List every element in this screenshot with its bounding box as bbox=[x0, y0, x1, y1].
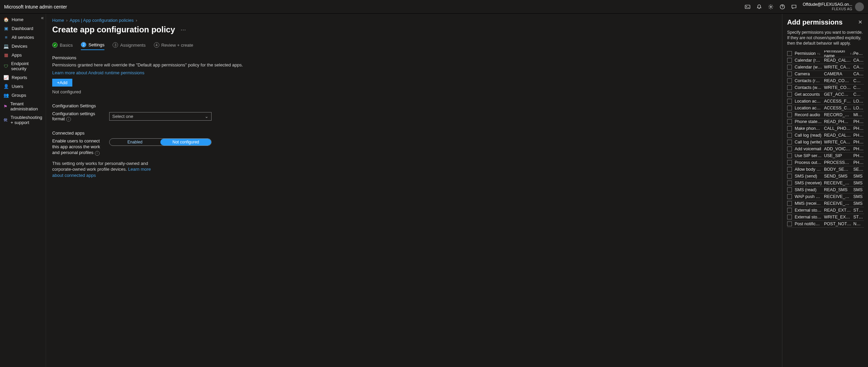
cell-permission: SMS (send) bbox=[795, 174, 824, 179]
settings-icon[interactable] bbox=[768, 4, 773, 10]
table-header: Permission↑↓ Permission name↑↓ Permissio… bbox=[787, 50, 864, 57]
table-row[interactable]: Get accountsGET_ACCOUNTSCONTACTS bbox=[787, 91, 864, 98]
table-row[interactable]: Call log (write)WRITE_CALL_LOGPHONE bbox=[787, 139, 864, 146]
row-checkbox[interactable] bbox=[787, 215, 792, 219]
toggle-enabled[interactable]: Enabled bbox=[110, 139, 160, 146]
row-checkbox[interactable] bbox=[787, 99, 792, 104]
table-row[interactable]: Add voicemailADD_VOICEMAILPHONE bbox=[787, 146, 864, 153]
row-checkbox[interactable] bbox=[787, 85, 792, 90]
col-permission-group-header[interactable]: Permission g bbox=[853, 51, 864, 56]
help-icon[interactable] bbox=[780, 4, 785, 10]
table-row[interactable]: WAP push messages...RECEIVE_WAP_PUSHSMS bbox=[787, 194, 864, 200]
table-row[interactable]: SMS (receive)RECEIVE_SMSSMS bbox=[787, 180, 864, 187]
wizard-step-review-create[interactable]: 4Review + create bbox=[154, 42, 193, 50]
row-checkbox[interactable] bbox=[787, 153, 792, 158]
row-checkbox[interactable] bbox=[787, 72, 792, 76]
toggle-not-configured[interactable]: Not configured bbox=[160, 139, 211, 146]
row-checkbox[interactable] bbox=[787, 160, 792, 165]
sidebar-item-users[interactable]: 👤Users bbox=[0, 82, 46, 91]
feedback-icon[interactable] bbox=[791, 4, 797, 10]
sidebar-item-apps[interactable]: ▦Apps bbox=[0, 50, 46, 59]
step-label: Review + create bbox=[161, 43, 193, 48]
sidebar-item-devices[interactable]: 💻Devices bbox=[0, 42, 46, 50]
row-checkbox[interactable] bbox=[787, 221, 792, 226]
col-permission-header[interactable]: Permission↑↓ bbox=[795, 51, 824, 56]
row-checkbox[interactable] bbox=[787, 147, 792, 151]
row-checkbox[interactable] bbox=[787, 201, 792, 206]
table-row[interactable]: Phone state (read)READ_PHONE_STATEPHONE bbox=[787, 119, 864, 125]
breadcrumb-apps-policies[interactable]: Apps | App configuration policies bbox=[70, 18, 134, 23]
close-icon[interactable]: ✕ bbox=[857, 18, 864, 26]
table-row[interactable]: SMS (read)READ_SMSSMS bbox=[787, 187, 864, 194]
select-all-checkbox[interactable] bbox=[787, 51, 792, 56]
table-row[interactable]: Calendar (read)READ_CALENDARCALENDAR bbox=[787, 57, 864, 64]
table-row[interactable]: SMS (send)SEND_SMSSMS bbox=[787, 173, 864, 180]
row-checkbox[interactable] bbox=[787, 167, 792, 172]
row-checkbox[interactable] bbox=[787, 112, 792, 117]
cloud-shell-icon[interactable] bbox=[745, 4, 750, 10]
table-row[interactable]: Process outgoing ca...PROCESS_OUTGOIN...… bbox=[787, 159, 864, 166]
row-checkbox[interactable] bbox=[787, 58, 792, 63]
connected-toggle[interactable]: Enabled Not configured bbox=[109, 138, 212, 146]
info-icon[interactable]: i bbox=[66, 117, 71, 122]
config-format-select[interactable]: Select one ⌄ bbox=[109, 112, 212, 121]
sidebar-item-all-services[interactable]: ≡All services bbox=[0, 33, 46, 42]
avatar[interactable] bbox=[855, 2, 864, 11]
table-row[interactable]: Calendar (write)WRITE_CALENDARCALENDAR bbox=[787, 64, 864, 71]
row-checkbox[interactable] bbox=[787, 78, 792, 83]
wizard-step-basics[interactable]: ✓Basics bbox=[52, 42, 73, 50]
breadcrumb-home[interactable]: Home bbox=[52, 18, 64, 23]
row-checkbox[interactable] bbox=[787, 181, 792, 185]
sidebar-item-endpoint-security[interactable]: 🛡Endpoint security bbox=[0, 59, 46, 73]
table-row[interactable]: External storage (re...READ_EXTERNAL_ST.… bbox=[787, 207, 864, 214]
step-label: Basics bbox=[60, 43, 73, 48]
table-row[interactable]: Allow body sensor d...BODY_SENSORSSENSOR… bbox=[787, 166, 864, 173]
row-checkbox[interactable] bbox=[787, 140, 792, 144]
cell-permission-name: READ_SMS bbox=[824, 187, 853, 192]
row-checkbox[interactable] bbox=[787, 92, 792, 97]
more-actions-icon[interactable]: ⋯ bbox=[179, 27, 187, 33]
col-permission-name-header[interactable]: Permission name↑↓ bbox=[824, 50, 853, 59]
table-row[interactable]: Make phone callsCALL_PHONEPHONE bbox=[787, 125, 864, 132]
row-checkbox[interactable] bbox=[787, 194, 792, 199]
row-checkbox[interactable] bbox=[787, 119, 792, 124]
nav-label: Troubleshooting + support bbox=[11, 115, 42, 125]
table-row[interactable]: Location access (fine)ACCESS_FINE_LOCAT.… bbox=[787, 98, 864, 105]
sidebar-collapse-icon[interactable]: « bbox=[41, 15, 44, 20]
cell-permission-name: POST_NOTIFICATIONS bbox=[824, 221, 853, 226]
row-checkbox[interactable] bbox=[787, 65, 792, 70]
sidebar-item-home[interactable]: 🏠Home bbox=[0, 15, 46, 24]
info-icon[interactable]: i bbox=[95, 151, 100, 156]
row-checkbox[interactable] bbox=[787, 174, 792, 179]
cell-permission-group: SMS bbox=[853, 187, 864, 192]
nav-icon: 🏠 bbox=[3, 17, 9, 22]
table-row[interactable]: Contacts (read)READ_CONTACTSCONTACTS bbox=[787, 78, 864, 85]
row-checkbox[interactable] bbox=[787, 133, 792, 138]
notifications-icon[interactable] bbox=[756, 4, 762, 10]
row-checkbox[interactable] bbox=[787, 208, 792, 213]
table-row[interactable]: Record audioRECORD_AUDIOMICROPHONE bbox=[787, 112, 864, 119]
table-row[interactable]: MMS (receive)RECEIVE_MMSSMS bbox=[787, 200, 864, 207]
sidebar-item-tenant-administration[interactable]: ⚑Tenant administration bbox=[0, 100, 46, 113]
table-row[interactable]: Contacts (write)WRITE_CONTACTSCONTACTS bbox=[787, 85, 864, 91]
sidebar-item-dashboard[interactable]: ▣Dashboard bbox=[0, 24, 46, 33]
sidebar-item-troubleshooting-support[interactable]: 🛠Troubleshooting + support bbox=[0, 113, 46, 127]
wizard-step-assignments[interactable]: 3Assignments bbox=[113, 42, 145, 50]
row-checkbox[interactable] bbox=[787, 187, 792, 192]
table-row[interactable]: Post notificationsPOST_NOTIFICATIONSNOTI… bbox=[787, 221, 864, 228]
add-permissions-button[interactable]: +Add bbox=[52, 79, 72, 87]
table-row[interactable]: Call log (read)READ_CALL_LOGPHONE bbox=[787, 132, 864, 139]
row-checkbox[interactable] bbox=[787, 106, 792, 110]
permissions-learn-link[interactable]: Learn more about Android runtime permiss… bbox=[52, 70, 776, 75]
user-block[interactable]: Offdude@FLEXUSAG.on... FLEXUS AG bbox=[803, 2, 864, 11]
table-row[interactable]: Use SIP serviceUSE_SIPPHONE bbox=[787, 153, 864, 159]
row-checkbox[interactable] bbox=[787, 126, 792, 131]
nav-icon: ▣ bbox=[3, 26, 9, 31]
sidebar-item-reports[interactable]: 📈Reports bbox=[0, 73, 46, 82]
wizard-step-settings[interactable]: 2Settings bbox=[81, 42, 104, 50]
table-row[interactable]: Location access (coa...ACCESS_COARSE_LO.… bbox=[787, 105, 864, 112]
table-row[interactable]: CameraCAMERACAMERA bbox=[787, 71, 864, 78]
sidebar-item-groups[interactable]: 👥Groups bbox=[0, 91, 46, 100]
table-row[interactable]: External storage (wri...WRITE_EXTERNAL_S… bbox=[787, 214, 864, 221]
cell-permission-name: READ_EXTERNAL_ST... bbox=[824, 208, 853, 213]
